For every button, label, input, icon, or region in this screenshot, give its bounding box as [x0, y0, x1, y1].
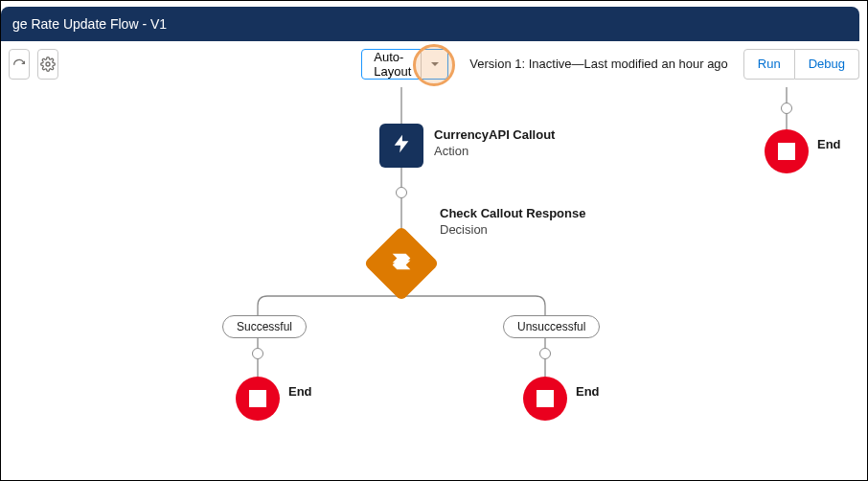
toolbar: Auto-Layout Version 1: Inactive—Last mod…: [1, 41, 867, 87]
decision-icon: [388, 248, 415, 279]
end-node-left[interactable]: [236, 377, 280, 421]
version-status-text: Version 1: Inactive—Last modified an hou…: [469, 57, 728, 71]
branch-pill-unsuccessful[interactable]: Unsuccessful: [503, 315, 600, 338]
action-node[interactable]: [379, 124, 423, 168]
app-header: ge Rate Update Flow - V1: [1, 7, 859, 41]
layout-mode-label: Auto-Layout: [374, 50, 419, 79]
add-node-circle[interactable]: [252, 348, 263, 359]
end-label-topright: End: [817, 137, 841, 153]
end-node-right[interactable]: [523, 377, 567, 421]
run-button[interactable]: Run: [743, 49, 795, 80]
flow-title: ge Rate Update Flow - V1: [12, 16, 167, 32]
bolt-icon: [391, 133, 412, 158]
action-title: CurrencyAPI Callout: [434, 127, 555, 144]
redo-button[interactable]: [9, 49, 30, 80]
redo-icon: [11, 57, 27, 72]
decision-node[interactable]: [363, 225, 439, 301]
end-node-topright[interactable]: [765, 129, 809, 173]
svg-point-0: [46, 62, 50, 66]
decision-subtitle: Decision: [440, 222, 585, 239]
add-node-circle[interactable]: [781, 103, 792, 114]
flow-canvas[interactable]: CurrencyAPI Callout Action Check Callout…: [1, 87, 867, 480]
add-node-circle[interactable]: [396, 187, 407, 198]
debug-button[interactable]: Debug: [795, 49, 859, 80]
layout-mode-select[interactable]: Auto-Layout: [361, 49, 448, 80]
end-label-left: End: [288, 384, 312, 401]
branch-pill-successful[interactable]: Successful: [222, 315, 307, 338]
add-node-circle[interactable]: [539, 348, 551, 359]
settings-button[interactable]: [37, 49, 58, 80]
gear-icon: [40, 57, 56, 72]
action-button-group: Run Debug: [743, 49, 859, 80]
decision-node-label: Check Callout Response Decision: [440, 206, 585, 239]
chevron-down-icon: [421, 50, 447, 79]
end-label-right: End: [576, 384, 600, 401]
action-subtitle: Action: [434, 144, 555, 160]
action-node-label: CurrencyAPI Callout Action: [434, 127, 555, 160]
decision-title: Check Callout Response: [440, 206, 585, 222]
